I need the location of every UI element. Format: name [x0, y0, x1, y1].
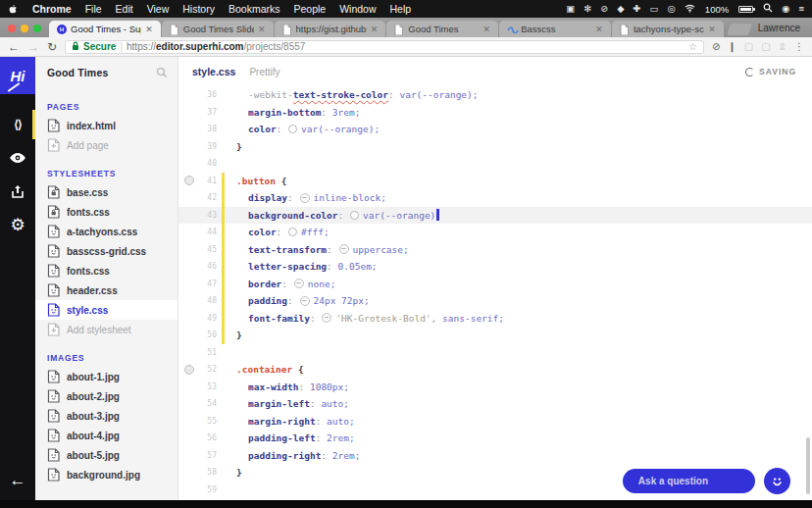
tab-close-icon[interactable]: ✕ — [708, 25, 716, 34]
code-line-51[interactable]: 51 — [178, 344, 812, 362]
code-line-39[interactable]: 39} — [178, 138, 812, 156]
menu-edit[interactable]: Edit — [116, 3, 133, 15]
code-line-47[interactable]: 47border: −none; — [178, 276, 812, 293]
chrome-menu-icon[interactable]: ⋮ — [794, 41, 804, 52]
file-item-fonts-css[interactable]: fonts.css — [35, 202, 178, 222]
menu-bookmarks[interactable]: Bookmarks — [228, 3, 280, 15]
display-icon[interactable]: ▣ — [566, 4, 575, 14]
code-line-54[interactable]: 54margin-left: auto; — [178, 395, 812, 413]
extension-icon-faint-1[interactable]: ▢ — [744, 41, 753, 52]
code-line-36[interactable]: 36-webkit-text-stroke-color: var(--orang… — [178, 86, 812, 104]
code-line-52[interactable]: 52.container { — [178, 361, 812, 379]
ask-question-button[interactable]: Ask a question — [623, 469, 755, 493]
code-line-42[interactable]: 42display: −inline-block; — [178, 189, 812, 207]
code-line-46[interactable]: 46letter-spacing: 0.05em; — [178, 258, 812, 276]
code-area[interactable]: 36-webkit-text-stroke-color: var(--orang… — [178, 86, 812, 500]
menu-file[interactable]: File — [85, 3, 102, 15]
code-line-38[interactable]: 38color: var(--orange); — [178, 121, 812, 138]
code-line-48[interactable]: 48padding: −24px 72px; — [178, 292, 812, 310]
browser-tab-0[interactable]: HGood Times - SuperHi✕ — [49, 21, 161, 37]
slash-circle-icon[interactable]: ⊘ — [600, 4, 608, 14]
color-swatch-icon[interactable] — [288, 228, 297, 236]
file-item-background-jpg[interactable]: background.jpg — [35, 465, 178, 484]
tab-close-icon[interactable]: ✕ — [145, 25, 153, 34]
value-stepper-icon[interactable]: − — [294, 279, 304, 288]
search-icon[interactable] — [156, 67, 168, 78]
prettify-button[interactable]: Prettify — [249, 67, 279, 77]
code-line-53[interactable]: 53max-width: 1080px; — [178, 379, 812, 396]
window-controls[interactable] — [0, 25, 49, 37]
spotlight-search-icon[interactable] — [763, 3, 773, 15]
flower-icon[interactable]: ✻ — [584, 4, 591, 14]
browser-tab-2[interactable]: https://gist.githubusercon✕ — [275, 21, 386, 37]
file-item-about-4-jpg[interactable]: about-4.jpg — [35, 426, 178, 445]
code-line-44[interactable]: 44color: #fff; — [178, 224, 812, 241]
code-line-43[interactable]: 43background-color: var(--orange) — [178, 207, 812, 225]
file-item-fonts-css[interactable]: fonts.css — [35, 261, 178, 280]
circle-icon[interactable]: ◎ — [668, 4, 676, 14]
preview-eye-button[interactable] — [0, 141, 35, 175]
address-bar[interactable]: Secure | https://editor.superhi.com/proj… — [65, 40, 704, 54]
tab-close-icon[interactable]: ✕ — [595, 25, 603, 34]
plus-icon[interactable]: ✚ — [634, 4, 641, 14]
browser-tab-3[interactable]: Good Times✕ — [386, 21, 498, 37]
code-line-55[interactable]: 55margin-right: auto; — [178, 413, 812, 431]
code-line-41[interactable]: 41.button { — [178, 173, 812, 190]
extension-icon-bar[interactable]: ❙ — [728, 41, 736, 52]
drop-icon[interactable]: ◆ — [617, 4, 624, 14]
siri-icon[interactable]: ◉ — [782, 4, 789, 14]
settings-gear-button[interactable]: ⚙ — [0, 208, 35, 241]
forward-button[interactable]: → — [27, 41, 39, 53]
file-item-about-5-jpg[interactable]: about-5.jpg — [35, 445, 178, 465]
file-item-style-css[interactable]: style.css — [35, 300, 178, 320]
browser-tab-1[interactable]: Good Times Slides✕ — [162, 21, 274, 37]
browser-tab-5[interactable]: tachyons-type-scale / Typ✕ — [612, 21, 724, 37]
back-button[interactable]: ← — [8, 41, 20, 53]
menu-chrome[interactable]: Chrome — [32, 3, 72, 15]
code-line-49[interactable]: 49font-family: −'HK-Grotesk-Bold', sans-… — [178, 310, 812, 328]
file-item-about-2-jpg[interactable]: about-2.jpg — [35, 386, 178, 406]
file-item-add-page[interactable]: Add page — [35, 135, 178, 155]
fold-toggle-icon[interactable] — [184, 365, 194, 375]
code-line-50[interactable]: 50} — [178, 327, 812, 344]
color-swatch-icon[interactable] — [288, 125, 297, 133]
file-item-basscss-grid-css[interactable]: basscss-grid.css — [35, 241, 178, 261]
editor-tab-stylecss[interactable]: style.css — [192, 66, 235, 77]
extension-icon-faint-2[interactable]: ▢ — [761, 41, 770, 52]
tab-close-icon[interactable]: ✕ — [483, 25, 491, 34]
value-stepper-icon[interactable]: − — [300, 193, 310, 203]
code-view-button[interactable]: ⟨⟩ — [0, 108, 35, 141]
superhi-logo[interactable]: Hi — [0, 57, 35, 94]
chrome-profile-name[interactable]: Lawrence — [756, 23, 812, 37]
code-line-40[interactable]: 40 — [178, 155, 812, 173]
file-item-about-3-jpg[interactable]: about-3.jpg — [35, 406, 178, 426]
code-line-45[interactable]: 45text-transform: −uppercase; — [178, 241, 812, 259]
file-item-add-stylesheet[interactable]: Add stylesheet — [35, 320, 178, 339]
tab-close-icon[interactable]: ✕ — [258, 25, 266, 34]
help-smiley-button[interactable] — [764, 468, 790, 494]
new-tab-button[interactable] — [727, 24, 752, 35]
wifi-icon[interactable] — [685, 4, 695, 15]
menu-view[interactable]: View — [147, 3, 170, 15]
menu-help[interactable]: Help — [390, 3, 412, 15]
extension-icon-circle[interactable]: ⊘ — [712, 41, 720, 52]
file-item-base-css[interactable]: base.css — [35, 182, 178, 202]
code-line-56[interactable]: 56padding-left: 2rem; — [178, 430, 812, 447]
back-arrow-button[interactable]: ← — [10, 471, 26, 490]
tab-close-icon[interactable]: ✕ — [371, 25, 379, 34]
code-line-37[interactable]: 37margin-bottom: 3rem; — [178, 104, 812, 122]
gutter-fold[interactable] — [178, 176, 200, 185]
minimize-window-button[interactable] — [21, 25, 28, 32]
window-icon[interactable]: ▭ — [650, 4, 659, 14]
value-stepper-icon[interactable]: − — [322, 313, 331, 323]
menu-window[interactable]: Window — [339, 3, 376, 15]
editor-scrollbar[interactable] — [806, 437, 810, 494]
zoom-window-button[interactable] — [33, 25, 41, 32]
file-item-a-tachyons-css[interactable]: a-tachyons.css — [35, 222, 178, 241]
file-item-header-css[interactable]: header.css — [35, 280, 178, 300]
file-item-index-html[interactable]: index.html — [35, 116, 178, 135]
code-line-57[interactable]: 57padding-right: 2rem; — [178, 447, 812, 465]
reload-button[interactable]: ↻ — [47, 41, 57, 53]
share-upload-button[interactable] — [0, 175, 35, 208]
apple-icon[interactable] — [8, 4, 19, 15]
